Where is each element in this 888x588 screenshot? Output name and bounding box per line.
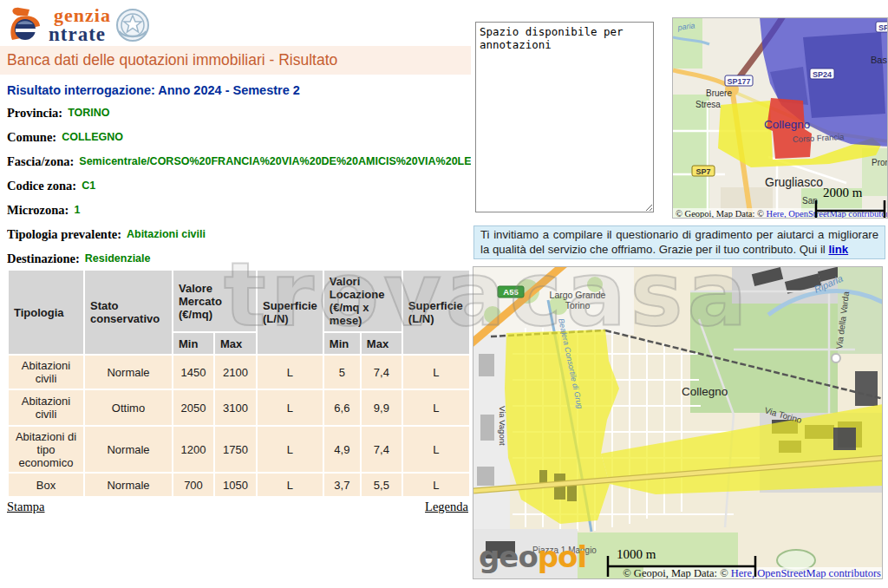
result-heading: Risultato interrogazione: Anno 2024 - Se… (7, 83, 300, 97)
cell-stato: Ottimo (85, 390, 172, 425)
cell-superficie-2: L (403, 356, 469, 389)
cell-vm-max: 3100 (215, 390, 256, 425)
cell-superficie-1: L (258, 390, 323, 425)
table-row: Box Normale 700 1050 L 3,7 5,5 L (9, 474, 469, 496)
svg-text:SP: SP (878, 23, 888, 32)
cell-vl-max: 9,9 (362, 390, 402, 425)
quotations-table: Tipologia Stato conservativo Valore Merc… (7, 269, 471, 498)
col-header-max: Max (215, 333, 256, 354)
road-badge-sp177: SP177 (725, 75, 753, 86)
cell-superficie-2: L (403, 427, 469, 472)
annotations-textarea[interactable]: Spazio disponibile per annotazioni (475, 22, 654, 212)
footer-links: Stampa Legenda (7, 500, 468, 514)
svg-text:A55: A55 (503, 287, 519, 297)
place-label: Stresa (695, 100, 721, 109)
field-label: Fascia/zona: (7, 154, 74, 169)
svg-text:SP24: SP24 (813, 70, 832, 79)
cell-stato: Normale (85, 474, 172, 496)
field-label: Provincia: (7, 106, 62, 121)
overview-map[interactable]: SP177 SP24 SP SP7 paria Bruere Stresa Co… (672, 17, 888, 219)
col-header-stato: Stato conservativo (85, 271, 172, 354)
field-microzona: Microzona: 1 (7, 198, 471, 222)
cell-vm-min: 2050 (173, 390, 213, 425)
field-tipologia-prevalente: Tipologia prevalente: Abitazioni civili (7, 222, 471, 246)
detail-map[interactable]: A55 Largo Grande (473, 266, 883, 579)
col-header-valore-mercato: Valore Mercato (€/mq) (173, 271, 256, 331)
road-badge-sp24: SP24 (810, 69, 834, 79)
cell-stato: Normale (85, 427, 172, 472)
col-header-min: Min (173, 333, 213, 354)
col-header-tipologia: Tipologia (9, 271, 83, 354)
scale-label: 1000 m (617, 547, 656, 561)
cell-tipologia: Box (9, 474, 83, 496)
map-attribution: © Geopoi, Map Data: © Here, OpenStreetMa… (623, 567, 881, 579)
col-header-min: Min (324, 333, 360, 354)
road-badge-a55: A55 (498, 286, 524, 297)
field-label: Microzona: (7, 203, 69, 218)
cell-tipologia: Abitazioni civili (9, 390, 83, 425)
cell-vm-max: 2100 (215, 356, 256, 389)
table-row: Abitazioni di tipo economico Normale 120… (9, 427, 469, 472)
here-link[interactable]: Here, (731, 567, 754, 579)
cell-vl-max: 7,4 (362, 356, 402, 389)
field-value: Abitazioni civili (127, 228, 206, 240)
survey-banner: Ti invitiamo a compilare il questionario… (473, 225, 885, 259)
cell-vl-min: 3,7 (324, 474, 360, 496)
field-comune: Comune: COLLEGNO (7, 125, 471, 149)
table-row: Abitazioni civili Ottimo 2050 3100 L 6,6… (9, 390, 469, 425)
col-header-valori-locazione: Valori Locazione (€/mq x mese) (324, 271, 402, 331)
svg-text:SP7: SP7 (695, 167, 710, 176)
geopoi-logo: geopoi (479, 539, 586, 574)
svg-text:SP177: SP177 (727, 77, 750, 86)
field-value: COLLEGNO (62, 131, 123, 143)
cell-vl-max: 7,4 (362, 427, 402, 472)
field-codice-zona: Codice zona: C1 (7, 173, 471, 198)
field-label: Destinazione: (7, 252, 80, 266)
place-label-collegno: Collegno (682, 385, 728, 398)
cell-vm-min: 1450 (173, 356, 213, 389)
cell-tipologia: Abitazioni di tipo economico (9, 427, 83, 472)
cell-superficie-1: L (258, 427, 323, 472)
cell-superficie-1: L (258, 474, 323, 496)
road-badge-sp-edge: SP (876, 22, 888, 32)
here-link[interactable]: Here, (767, 209, 787, 219)
italy-emblem-icon (114, 7, 151, 43)
scale-label: 2000 m (823, 186, 863, 199)
col-header-superficie-2: Superficie (L/N) (403, 271, 469, 354)
page-title: Banca dati delle quotazioni immobiliari … (0, 46, 471, 75)
survey-link[interactable]: link (828, 243, 848, 256)
cell-vl-min: 6,6 (324, 390, 360, 425)
place-label-collegno: Collegno (764, 118, 810, 131)
cell-vm-max: 1050 (215, 474, 256, 496)
field-value: TORINO (68, 107, 109, 119)
roundabout (832, 354, 840, 363)
cell-superficie-2: L (403, 390, 469, 425)
field-label: Tipologia prevalente: (7, 227, 121, 242)
field-destinazione: Destinazione: Residenziale (7, 246, 471, 271)
cell-vl-max: 5,5 (362, 474, 402, 496)
legend-link[interactable]: Legenda (425, 500, 468, 514)
field-value: C1 (82, 180, 95, 192)
place-label: Grugliasco (765, 175, 823, 189)
results-pane: genzia ntrate Banca dati delle quotazion… (0, 0, 471, 588)
field-value: Residenziale (85, 252, 151, 265)
brand-text: genzia ntrate (49, 7, 111, 44)
cell-vm-max: 1750 (215, 427, 256, 472)
page: genzia ntrate Banca dati delle quotazion… (0, 0, 888, 588)
field-value: 1 (74, 204, 80, 216)
result-fields: Provincia: TORINO Comune: COLLEGNO Fasci… (7, 101, 471, 271)
osm-link[interactable]: OpenStreetMap contributors (754, 567, 881, 579)
cell-stato: Normale (85, 356, 172, 389)
table-row: Abitazioni civili Normale 1450 2100 L 5 … (9, 356, 469, 389)
agenzia-entrate-logo: genzia ntrate (7, 4, 151, 46)
print-link[interactable]: Stampa (7, 500, 45, 514)
brand-line1: genzia (54, 7, 111, 25)
brand-line2: ntrate (49, 25, 111, 44)
field-label: Codice zona: (7, 179, 76, 193)
place-label: Bruere (706, 88, 732, 98)
cell-vl-min: 4,9 (324, 427, 360, 472)
col-header-max: Max (362, 333, 402, 354)
agenzia-entrate-logo-icon (7, 5, 47, 45)
field-fascia-zona: Fascia/zona: Semicentrale/CORSO%20FRANCI… (7, 149, 471, 173)
col-header-superficie-1: Superficie (L/N) (258, 271, 323, 354)
